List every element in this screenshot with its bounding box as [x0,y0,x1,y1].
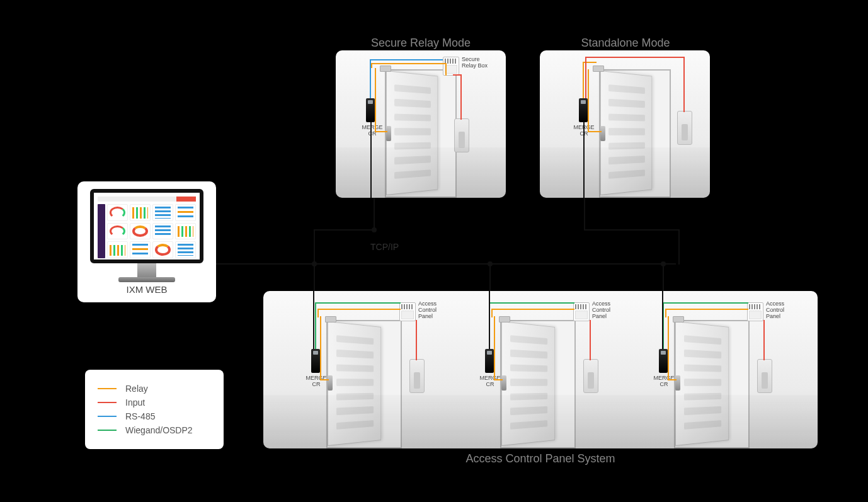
door-sensor-icon [499,316,510,322]
exit-device-icon [583,359,598,393]
ixm-web-label: IXM WEB [77,284,216,295]
door-strike-icon [328,375,333,391]
merge-cr-reader-icon [311,349,320,373]
acp-icon [747,302,763,321]
legend-label-input: Input [125,397,145,408]
legend-panel: Relay Input RS-485 Wiegand/OSDP2 [85,370,224,449]
bus-stub [314,229,315,265]
bus-stub [584,229,680,231]
secure-relay-box-label: Secure Relay Box [462,57,497,69]
bus-stub [374,198,375,231]
door-sensor-icon [380,66,391,72]
bus-stub [489,263,491,295]
acp-label: Access Control Panel [418,301,450,320]
door-strike-icon [600,126,605,141]
merge-cr-label: MERGE CR [650,375,678,388]
scene-acps: MERGE CR Access Control Panel MERGE CR A… [263,291,818,448]
merge-cr-label: MERGE CR [476,375,504,388]
merge-cr-reader-icon [579,98,588,122]
tcpip-bus [216,263,676,265]
legend-label-relay: Relay [125,384,148,394]
legend-swatch-input [98,402,117,403]
legend-label-wiegand: Wiegand/OSDP2 [125,425,193,435]
title-standalone-mode: Standalone Mode [540,37,711,50]
legend-swatch-relay [98,388,117,389]
scene-secure-relay: MERGE CR Secure Relay Box [336,50,506,198]
door-sensor-icon [325,316,336,322]
title-secure-relay-mode: Secure Relay Mode [336,37,506,50]
bus-stub [678,229,680,265]
merge-cr-label: MERGE CR [302,375,330,388]
bus-stub [663,263,664,295]
door-sensor-icon [673,316,684,322]
acp-icon [399,302,416,321]
exit-device-icon [454,118,469,152]
door-strike-icon [675,375,680,391]
door-strike-icon [386,126,391,141]
legend-swatch-rs485 [98,416,117,417]
legend-swatch-wiegand [98,430,117,431]
monitor-icon [90,189,203,282]
tcpip-label: TCP/IP [370,242,399,252]
merge-cr-reader-icon [366,98,375,122]
title-acps: Access Control Panel System [263,452,818,465]
exit-device-icon [677,111,692,145]
acp-icon [573,302,590,321]
exit-device-icon [757,359,772,393]
bus-stub [584,198,585,231]
exit-device-icon [409,359,425,393]
merge-cr-reader-icon [659,349,668,373]
scene-standalone: MERGE CR [540,50,710,198]
legend-label-rs485: RS-485 [125,411,155,421]
door-sensor-icon [593,66,604,72]
acp-label: Access Control Panel [766,301,797,320]
door-strike-icon [501,375,506,391]
bus-stub [314,229,375,231]
merge-cr-reader-icon [485,349,494,373]
bus-stub [314,263,315,295]
acp-label: Access Control Panel [592,301,624,320]
ixm-web-panel: IXM WEB [77,181,216,302]
